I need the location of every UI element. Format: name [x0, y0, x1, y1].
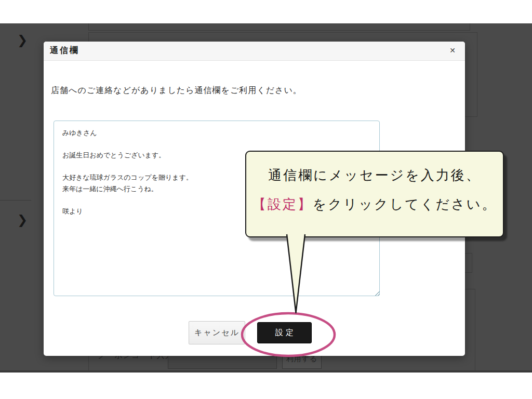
tooltip-highlight: 【設定】 — [252, 197, 313, 212]
chevron-right-icon[interactable]: ❯ — [16, 213, 29, 227]
sidebar-divider — [0, 200, 31, 201]
dialog-title: 通信欄 — [50, 45, 79, 56]
close-icon[interactable]: ✕ — [447, 45, 458, 56]
chevron-right-icon[interactable]: ❯ — [16, 33, 29, 47]
tooltip-line1: 通信欄にメッセージを入力後、 — [246, 161, 503, 190]
background-section-box-top — [88, 23, 470, 31]
tooltip-line2: 【設定】をクリックしてください。 — [246, 190, 503, 219]
cancel-button[interactable]: キャンセル — [189, 321, 245, 344]
submit-button[interactable]: 設定 — [257, 322, 312, 343]
tooltip-line2-rest: をクリックしてください。 — [313, 197, 497, 212]
screenshot-stage: ❯ ❯ クーポンコード入力 利用する 通信欄 ✕ 店舗へのご連絡などがありました… — [0, 0, 532, 399]
dialog-instruction: 店舗へのご連絡などがありましたら通信欄をご利用ください。 — [51, 85, 302, 96]
dialog-header: 通信欄 ✕ — [44, 42, 465, 61]
tooltip-callout: 通信欄にメッセージを入力後、 【設定】をクリックしてください。 — [245, 151, 504, 237]
